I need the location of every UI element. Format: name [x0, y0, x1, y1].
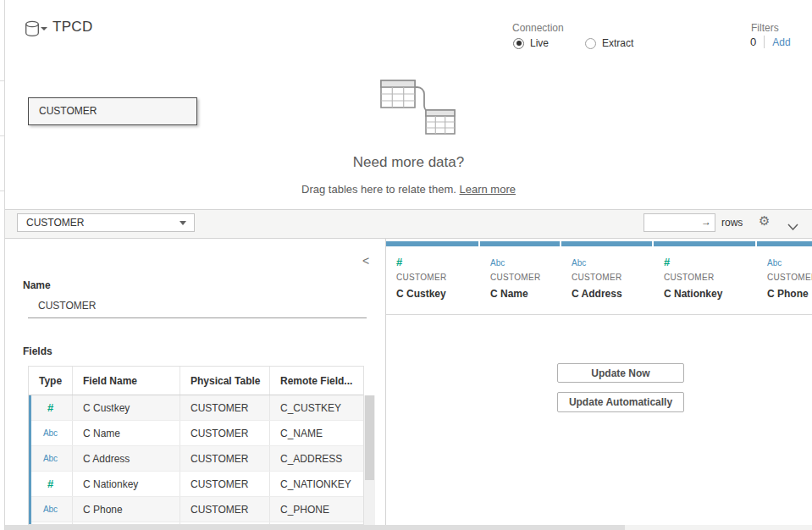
remote-field-cell: C_PHONE: [270, 497, 363, 522]
update-now-button[interactable]: Update Now: [557, 363, 684, 383]
connection-label: Connection: [512, 22, 564, 34]
filters-count: 0: [750, 36, 756, 48]
rows-label: rows: [721, 217, 743, 229]
field-name-cell: C Nationkey: [73, 472, 180, 496]
number-type-icon: #: [664, 256, 670, 268]
table-select-value: CUSTOMER: [26, 217, 84, 229]
grid-field-name: C Name: [490, 288, 560, 300]
field-name-cell: C Custkey: [73, 395, 180, 420]
field-row[interactable]: # C Nationkey CUSTOMER C_NATIONKEY: [29, 472, 363, 497]
database-icon[interactable]: [25, 20, 40, 41]
column-header-remote-field[interactable]: Remote Field...: [270, 367, 363, 395]
extract-radio-label[interactable]: Extract: [602, 37, 633, 49]
filters-add-link[interactable]: Add: [772, 36, 790, 48]
remote-field-cell: C_CUSTKEY: [270, 395, 363, 420]
connection-options: Live Extract: [513, 37, 633, 49]
string-type-icon: Abc: [43, 505, 58, 514]
horizontal-scrollbar[interactable]: [0, 525, 812, 530]
table-select-dropdown[interactable]: CUSTOMER: [17, 213, 195, 232]
grid-column-header[interactable]: Abc CUSTOMER C Name: [480, 241, 560, 314]
remote-field-cell: C_NATIONKEY: [270, 472, 363, 496]
grid-table-name: CUSTOMER: [664, 273, 755, 282]
remote-field-cell: C_ADDRESS: [270, 446, 363, 471]
fields-table: Type Field Name Physical Table Remote Fi…: [28, 366, 364, 525]
data-grid-header-row: # CUSTOMER C Custkey Abc CUSTOMER C Name…: [386, 241, 812, 314]
chevron-down-icon[interactable]: [787, 218, 798, 234]
column-header-field-name[interactable]: Field Name: [73, 367, 180, 395]
database-menu-caret-icon[interactable]: [41, 27, 47, 30]
gear-icon[interactable]: ⚙: [759, 213, 770, 229]
related-tables-illustration: [367, 78, 456, 142]
rail-divider: [0, 80, 4, 81]
column-header-physical-table[interactable]: Physical Table: [180, 367, 270, 395]
field-row[interactable]: # C Custkey CUSTOMER C_CUSTKEY: [29, 395, 363, 421]
grid-field-name: C Nationkey: [664, 288, 755, 300]
field-name-cell: C Address: [73, 446, 180, 471]
string-type-icon: Abc: [490, 258, 505, 268]
collapse-panel-icon[interactable]: <: [362, 254, 369, 268]
physical-table-cell: CUSTOMER: [180, 395, 270, 420]
filters-controls: 0 Add: [750, 36, 791, 48]
grid-column-header[interactable]: Abc CUSTOMER C Address: [561, 241, 652, 314]
dropdown-caret-icon: [180, 221, 186, 225]
grid-table-name: CUSTOMER: [490, 273, 560, 282]
empty-state-title: Need more data?: [5, 154, 812, 171]
scrollbar-thumb[interactable]: [365, 395, 374, 480]
string-type-icon: Abc: [572, 258, 586, 268]
physical-table-cell: CUSTOMER: [180, 421, 270, 445]
string-type-icon: Abc: [43, 454, 58, 463]
grid-column-header[interactable]: # CUSTOMER C Nationkey: [654, 241, 755, 314]
column-header-type[interactable]: Type: [29, 367, 73, 395]
physical-table-cell: CUSTOMER: [180, 497, 270, 522]
name-input-underline: [28, 317, 367, 318]
grid-column-header[interactable]: Abc CUSTOMER C Phone: [757, 241, 812, 314]
fields-label: Fields: [23, 345, 52, 357]
selected-rows-stripe: [29, 395, 31, 524]
grid-field-name: C Phone: [767, 288, 812, 300]
customer-table-chip[interactable]: CUSTOMER: [28, 97, 197, 125]
grid-header-border: [386, 314, 812, 315]
rail-divider: [0, 190, 4, 191]
field-name-cell: C Name: [73, 421, 180, 445]
right-arrow-icon: →: [701, 216, 711, 228]
extract-radio[interactable]: [585, 38, 596, 49]
empty-state-subtitle: Drag tables here to relate them. Learn m…: [5, 183, 812, 196]
filters-label: Filters: [751, 22, 779, 34]
grid-table-name: CUSTOMER: [572, 273, 652, 282]
field-row[interactable]: Abc C Address CUSTOMER C_ADDRESS: [29, 446, 363, 472]
grid-field-name: C Address: [572, 288, 652, 300]
remote-field-cell: C_NAME: [270, 421, 363, 445]
live-radio-label[interactable]: Live: [530, 37, 549, 49]
field-name-cell: C Phone: [73, 497, 180, 522]
rail-divider: [0, 135, 4, 136]
number-type-icon: #: [47, 478, 53, 490]
empty-state-subtitle-text: Drag tables here to relate them.: [301, 183, 456, 196]
datasource-title[interactable]: TPCD: [52, 19, 92, 36]
field-row[interactable]: Abc C Name CUSTOMER C_NAME: [29, 421, 363, 446]
left-rail[interactable]: [0, 0, 5, 530]
learn-more-link[interactable]: Learn more: [459, 183, 515, 196]
live-radio[interactable]: [513, 38, 524, 49]
grid-field-name: C Custkey: [396, 288, 478, 300]
string-type-icon: Abc: [43, 428, 58, 438]
scrollbar-thumb[interactable]: [0, 525, 625, 530]
name-label: Name: [23, 279, 51, 291]
number-type-icon: #: [396, 256, 402, 268]
number-type-icon: #: [47, 401, 53, 414]
physical-table-cell: CUSTOMER: [180, 446, 270, 471]
grid-table-name: CUSTOMER: [396, 273, 478, 282]
tableau-datasource-page: TPCD Connection Live Extract Filters 0 A…: [0, 0, 812, 530]
fields-table-header: Type Field Name Physical Table Remote Fi…: [29, 367, 363, 395]
divider: [764, 36, 765, 48]
grid-table-name: CUSTOMER: [767, 273, 812, 282]
grid-column-header[interactable]: # CUSTOMER C Custkey: [386, 241, 478, 314]
update-automatically-button[interactable]: Update Automatically: [557, 392, 684, 412]
string-type-icon: Abc: [767, 258, 782, 268]
field-row[interactable]: Abc C Phone CUSTOMER C_PHONE: [29, 497, 363, 522]
fields-table-scrollbar[interactable]: [364, 395, 375, 525]
name-input[interactable]: CUSTOMER: [38, 300, 96, 312]
physical-table-cell: CUSTOMER: [180, 472, 270, 496]
